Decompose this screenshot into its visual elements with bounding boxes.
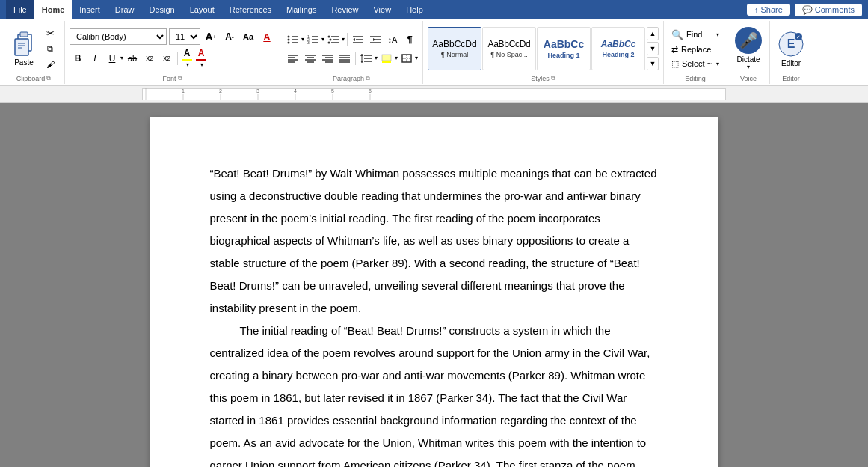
- underline-button[interactable]: U: [104, 50, 120, 67]
- tab-layout[interactable]: Layout: [182, 0, 222, 19]
- styles-scroll-down[interactable]: ▼: [647, 42, 659, 55]
- cut-button[interactable]: ✂: [42, 25, 58, 40]
- paste-button[interactable]: Paste: [9, 30, 39, 68]
- numbering-dropdown-icon[interactable]: ▾: [321, 36, 324, 43]
- voice-group-label: Voice: [740, 73, 757, 82]
- replace-button[interactable]: ⇄ Replace: [668, 43, 722, 56]
- tab-file[interactable]: File: [6, 0, 34, 19]
- text-highlight-button[interactable]: A ▾: [180, 47, 194, 69]
- tab-insert[interactable]: Insert: [72, 0, 108, 19]
- font-grow-button[interactable]: A+: [203, 28, 219, 45]
- clipboard-small-buttons: ✂ ⧉ 🖌: [42, 25, 58, 72]
- styles-group-label[interactable]: Styles ⧉: [531, 73, 555, 82]
- svg-marker-52: [360, 54, 363, 56]
- borders-button[interactable]: [398, 50, 415, 67]
- document-page[interactable]: “Beat! Beat! Drums!” by Walt Whitman pos…: [150, 117, 718, 467]
- underline-dropdown-icon[interactable]: ▾: [120, 55, 123, 61]
- indent-increase-button[interactable]: [367, 31, 384, 48]
- ruler: 1 2 3 4 5 6: [0, 86, 868, 103]
- svg-point-20: [330, 38, 332, 40]
- svg-text:4: 4: [294, 88, 297, 94]
- ruler-inner: 1 2 3 4 5 6: [142, 88, 726, 100]
- font-color-dropdown-icon[interactable]: ▾: [200, 61, 203, 68]
- format-painter-button[interactable]: 🖌: [42, 57, 58, 72]
- style-heading2[interactable]: AaBbCc Heading 2: [591, 27, 645, 70]
- tab-references[interactable]: References: [222, 0, 279, 19]
- superscript-button[interactable]: x2: [158, 50, 175, 67]
- borders-dropdown-icon[interactable]: ▾: [415, 55, 418, 61]
- tab-draw[interactable]: Draw: [108, 0, 142, 19]
- align-center-button[interactable]: [302, 50, 318, 67]
- align-left-button[interactable]: [285, 50, 301, 67]
- align-right-button[interactable]: [319, 50, 336, 67]
- bullets-button[interactable]: [285, 31, 301, 48]
- line-spacing-dropdown-icon[interactable]: ▾: [375, 55, 378, 61]
- styles-group: AaBbCcDd ¶ Normal AaBbCcDd ¶ No Spac... …: [423, 21, 664, 84]
- style-heading1-preview: AaBbCc: [544, 38, 584, 50]
- copy-button[interactable]: ⧉: [42, 41, 58, 56]
- find-dropdown-icon[interactable]: ▾: [716, 31, 719, 38]
- comments-button[interactable]: 💬 Comments: [795, 4, 862, 16]
- svg-text:3.: 3.: [307, 40, 310, 45]
- shading-dropdown-icon[interactable]: ▾: [395, 55, 398, 61]
- clear-formatting-button[interactable]: A: [259, 28, 275, 45]
- dictate-dropdown-icon[interactable]: ▾: [747, 64, 750, 70]
- paragraph-controls: ▾ 1. 2. 3.: [285, 31, 418, 67]
- font-size-select[interactable]: 11: [169, 28, 200, 45]
- font-group-label[interactable]: Font ⧉: [162, 73, 182, 82]
- font-separator: [177, 52, 178, 65]
- svg-point-18: [328, 35, 330, 37]
- style-heading1[interactable]: AaBbCc Heading 1: [537, 27, 591, 70]
- style-no-spacing-preview: AaBbCcDd: [488, 39, 531, 49]
- numbering-button[interactable]: 1. 2. 3.: [305, 31, 321, 48]
- editing-controls: 🔍 Find ▾ ⇄ Replace ⬚ Select ~ ▾: [668, 28, 722, 70]
- svg-text:✓: ✓: [796, 34, 801, 40]
- styles-expand[interactable]: ▼: [647, 57, 659, 70]
- show-hide-button[interactable]: ¶: [401, 31, 418, 48]
- paragraph-row1: ▾ 1. 2. 3.: [285, 31, 418, 48]
- shading-button[interactable]: [378, 50, 395, 67]
- subscript-button[interactable]: x2: [141, 50, 158, 67]
- sort-button[interactable]: ↕A: [384, 31, 401, 48]
- paragraph-group: ▾ 1. 2. 3.: [280, 21, 423, 84]
- find-button[interactable]: 🔍 Find ▾: [668, 28, 722, 42]
- indent-decrease-button[interactable]: [350, 31, 366, 48]
- bullets-dropdown-icon[interactable]: ▾: [301, 36, 304, 43]
- multilevel-list-button[interactable]: [325, 31, 342, 48]
- style-normal-preview: AaBbCcDd: [432, 39, 476, 49]
- line-spacing-button[interactable]: [358, 50, 375, 67]
- tab-design[interactable]: Design: [141, 0, 182, 19]
- share-button[interactable]: ↑ Share: [747, 4, 790, 16]
- justify-button[interactable]: [336, 50, 353, 67]
- dictate-button[interactable]: 🎤 Dictate ▾: [732, 24, 765, 73]
- para-sep1: [347, 33, 348, 46]
- highlight-dropdown-icon[interactable]: ▾: [186, 61, 189, 68]
- style-normal-label: ¶ Normal: [441, 51, 468, 58]
- clipboard-group: Paste ✂ ⧉ 🖌 Clipboard ⧉: [3, 21, 65, 84]
- tab-help[interactable]: Help: [398, 0, 431, 19]
- style-normal[interactable]: AaBbCcDd ¶ Normal: [428, 27, 481, 70]
- select-dropdown-icon[interactable]: ▾: [716, 61, 719, 67]
- font-face-select[interactable]: Calibri (Body): [70, 28, 167, 45]
- editor-icon: E ✓: [778, 31, 804, 58]
- font-color-button[interactable]: A ▾: [194, 47, 208, 69]
- editor-group-label: Editor: [782, 73, 800, 82]
- clipboard-launcher-icon: ⧉: [46, 75, 51, 82]
- change-case-button[interactable]: Aa: [240, 28, 256, 45]
- strikethrough-button[interactable]: ab: [124, 50, 141, 67]
- tab-review[interactable]: Review: [324, 0, 366, 19]
- style-no-spacing[interactable]: AaBbCcDd ¶ No Spac...: [482, 27, 536, 70]
- cut-icon: ✂: [46, 28, 55, 39]
- tab-view[interactable]: View: [366, 0, 398, 19]
- tab-home[interactable]: Home: [34, 0, 73, 19]
- select-button[interactable]: ⬚ Select ~ ▾: [668, 58, 722, 70]
- editor-button[interactable]: E ✓ Editor: [775, 28, 807, 70]
- multilevel-dropdown-icon[interactable]: ▾: [342, 36, 345, 43]
- bold-button[interactable]: B: [70, 50, 86, 67]
- font-shrink-button[interactable]: A-: [221, 28, 238, 45]
- italic-button[interactable]: I: [87, 50, 103, 67]
- styles-scroll-up[interactable]: ▲: [647, 27, 659, 40]
- tab-mailings[interactable]: Mailings: [279, 0, 324, 19]
- paragraph-group-label[interactable]: Paragraph ⧉: [333, 73, 370, 82]
- clipboard-group-label[interactable]: Clipboard ⧉: [16, 73, 52, 82]
